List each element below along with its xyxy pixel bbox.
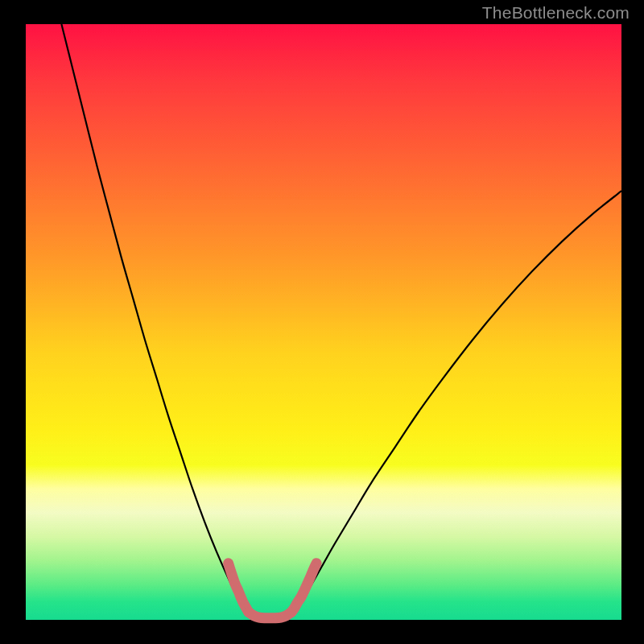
bottleneck-chart: [0, 0, 644, 644]
chart-frame: TheBottleneck.com: [0, 0, 644, 644]
basin: [249, 612, 291, 617]
watermark-text: TheBottleneck.com: [482, 3, 630, 23]
chart-background: [26, 24, 621, 620]
